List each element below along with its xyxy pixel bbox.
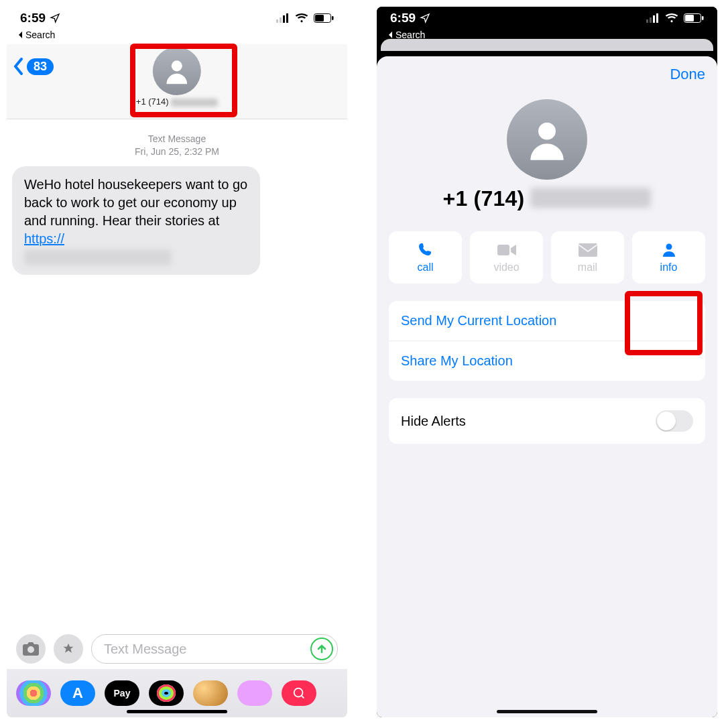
svg-rect-12 — [656, 13, 658, 23]
message-composer: Text Message — [7, 629, 347, 669]
svg-point-19 — [666, 244, 672, 250]
messages-screen: 6:59 Search — [7, 7, 347, 717]
svg-rect-1 — [280, 17, 282, 23]
stickers-app-icon[interactable] — [237, 680, 272, 706]
memoji-app-icon[interactable] — [193, 680, 228, 706]
conversation-body[interactable]: Text Message Fri, Jun 25, 2:32 PM WeHo h… — [7, 119, 347, 284]
home-indicator[interactable] — [127, 710, 227, 713]
svg-point-7 — [172, 60, 182, 71]
contact-number-prefix: +1 (714) — [443, 186, 525, 210]
contact-number-prefix: +1 (714) — [136, 97, 169, 107]
svg-rect-3 — [286, 13, 288, 23]
svg-rect-9 — [646, 19, 648, 23]
back-to-app[interactable]: Search — [7, 29, 347, 44]
video-button: video — [470, 231, 543, 284]
mail-icon — [579, 241, 597, 259]
svg-rect-6 — [332, 16, 334, 20]
svg-rect-2 — [283, 15, 285, 23]
phone-icon — [418, 241, 434, 259]
svg-rect-17 — [497, 245, 509, 255]
video-label: video — [493, 261, 519, 274]
unread-badge: 83 — [27, 58, 54, 75]
action-button-row: call video mail — [389, 231, 705, 284]
wifi-icon — [665, 13, 678, 23]
mail-label: mail — [578, 261, 597, 274]
status-time: 6:59 — [20, 11, 46, 25]
avatar-icon — [153, 47, 201, 95]
mail-button: mail — [551, 231, 624, 284]
svg-rect-18 — [579, 243, 597, 257]
send-button[interactable] — [310, 638, 333, 660]
redacted-number — [530, 188, 651, 208]
contact-details-screen: 6:59 Search — [377, 7, 717, 717]
send-current-location-row[interactable]: Send My Current Location — [389, 301, 705, 341]
redacted-number — [171, 99, 218, 107]
camera-button[interactable] — [16, 634, 46, 664]
fitness-app-icon[interactable] — [149, 680, 184, 706]
back-to-app-label: Search — [25, 29, 55, 40]
appstore-app-icon[interactable]: A — [60, 680, 95, 706]
cell-signal-icon — [276, 13, 290, 23]
video-icon — [497, 241, 516, 259]
message-text: WeHo hotel housekeepers want to go back … — [24, 177, 247, 228]
message-type-label: Text Message — [12, 133, 342, 145]
contact-sheet: Done +1 (714) call — [377, 56, 717, 717]
location-arrow-icon — [50, 13, 60, 23]
apple-pay-app-icon[interactable]: Pay — [105, 680, 139, 706]
location-card: Send My Current Location Share My Locati… — [389, 301, 705, 381]
hide-alerts-card: Hide Alerts — [389, 398, 705, 444]
location-arrow-icon — [420, 13, 430, 23]
message-metadata: Text Message Fri, Jun 25, 2:32 PM — [12, 133, 342, 158]
person-icon — [661, 241, 677, 259]
battery-icon — [684, 13, 704, 23]
apple-pay-label: Pay — [114, 688, 131, 699]
back-button[interactable]: 83 — [13, 58, 54, 75]
done-button[interactable]: Done — [670, 66, 705, 83]
redacted-url — [24, 249, 172, 265]
hide-alerts-toggle[interactable] — [656, 410, 693, 432]
contact-avatar-button[interactable]: +1 (714) — [136, 47, 218, 107]
photos-app-icon[interactable] — [16, 680, 51, 706]
svg-rect-5 — [315, 15, 324, 21]
svg-point-16 — [538, 123, 556, 140]
avatar-icon — [507, 99, 587, 180]
status-time: 6:59 — [390, 11, 416, 25]
incoming-message-bubble[interactable]: WeHo hotel housekeepers want to go back … — [12, 166, 260, 275]
contact-number: +1 (714) — [136, 97, 218, 107]
svg-rect-15 — [702, 16, 704, 20]
status-bar: 6:59 — [377, 7, 717, 29]
cell-signal-icon — [646, 13, 660, 23]
svg-rect-10 — [650, 17, 652, 23]
svg-rect-11 — [653, 15, 655, 23]
contact-number: +1 (714) — [389, 186, 705, 211]
battery-icon — [314, 13, 334, 23]
svg-rect-0 — [276, 19, 278, 23]
message-timestamp: Fri, Jun 25, 2:32 PM — [12, 145, 342, 158]
svg-point-8 — [294, 688, 303, 697]
sheet-background-peek — [381, 39, 713, 51]
message-input[interactable]: Text Message — [91, 634, 338, 664]
hide-alerts-label: Hide Alerts — [401, 414, 466, 429]
hide-alerts-row[interactable]: Hide Alerts — [389, 398, 705, 444]
app-drawer-button[interactable] — [54, 634, 83, 664]
info-button[interactable]: info — [632, 231, 705, 284]
call-label: call — [417, 261, 433, 274]
info-label: info — [660, 261, 678, 274]
wifi-icon — [295, 13, 308, 23]
svg-rect-14 — [685, 15, 694, 21]
conversation-header: 83 +1 (714) — [7, 44, 347, 119]
status-bar: 6:59 — [7, 7, 347, 29]
translate-app-icon[interactable] — [282, 680, 316, 706]
message-link[interactable]: https:// — [24, 231, 64, 246]
home-indicator[interactable] — [497, 710, 597, 713]
share-my-location-row[interactable]: Share My Location — [389, 341, 705, 381]
message-input-placeholder: Text Message — [104, 642, 186, 657]
call-button[interactable]: call — [389, 231, 462, 284]
